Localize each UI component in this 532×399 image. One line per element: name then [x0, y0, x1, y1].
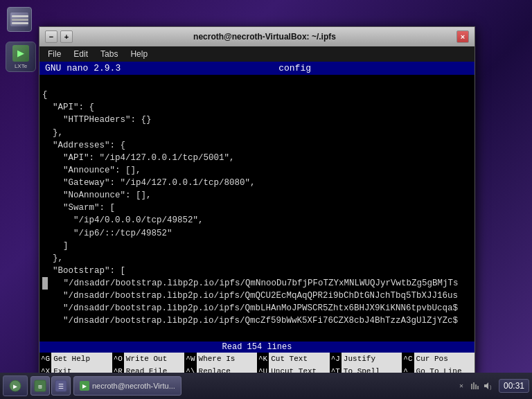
menu-bar: File Edit Tabs Help: [39, 46, 475, 62]
status-text: Read 154 lines: [222, 342, 292, 352]
menu-edit[interactable]: Edit: [68, 48, 94, 60]
line-12: "/ip6/::/tcp/49852": [42, 229, 172, 238]
tray-network[interactable]: [469, 380, 480, 391]
line-5: "Addresses": {: [42, 141, 125, 150]
taskbar-apps: ⊞ ☰: [30, 376, 71, 396]
key-curpos: ^C: [402, 355, 414, 363]
footer-item-justify[interactable]: ^J Justify: [330, 353, 402, 365]
desc-whereis: Where Is: [197, 353, 257, 365]
key-writeout: ^O: [112, 355, 124, 363]
line-11: "/ip4/0.0.0.0/tcp/49852",: [42, 215, 204, 225]
desktop: ▶ LXTe − + necroth@necroth-VirtualBox: ~…: [0, 0, 532, 399]
desc-cut: Cut Text: [269, 353, 329, 365]
desc-writeout: Write Out: [124, 353, 184, 365]
line-3: "HTTPHeaders": {}: [42, 115, 152, 125]
svg-rect-6: [471, 384, 472, 389]
taskbar-tray: ✕ )): [453, 380, 496, 391]
tray-bluetooth[interactable]: ✕: [456, 380, 467, 391]
nano-header: GNU nano 2.9.3 config: [39, 62, 475, 75]
nano-version: GNU nano 2.9.3: [45, 63, 121, 73]
window-title: necroth@necroth-VirtualBox: ~/.ipfs: [76, 32, 454, 42]
line-16: "/dnsaddr/bootstrap.libp2p.io/ipfs/QmNno…: [42, 278, 459, 288]
svg-marker-10: [484, 382, 488, 389]
line-6: "API": "/ip4/127.0.0.1/tcp/5001",: [42, 153, 235, 163]
line-1: {: [42, 90, 48, 100]
line-17: "/dnsaddr/bootstrap.libp2p.io/ipfs/QmQCU…: [42, 291, 458, 301]
taskbar: ▶ ⊞ ☰ ▶ necroth@necrot: [0, 373, 532, 399]
svg-rect-8: [475, 384, 477, 389]
desc-curpos: Cur Pos: [414, 353, 475, 365]
svg-text:)): )): [489, 384, 493, 390]
footer-item-cut[interactable]: ^K Cut Text: [257, 353, 330, 365]
svg-rect-7: [473, 382, 475, 389]
footer-item-curpos[interactable]: ^C Cur Pos: [402, 353, 475, 365]
menu-help[interactable]: Help: [125, 48, 153, 60]
line-7: "Announce": [],: [42, 166, 141, 175]
taskbar-clock[interactable]: 00:31: [499, 379, 529, 393]
line-2: "API": {: [42, 103, 94, 112]
footer-item-writeout[interactable]: ^O Write Out: [112, 353, 185, 365]
svg-text:▶: ▶: [13, 383, 17, 391]
footer-item-whereis[interactable]: ^W Where Is: [184, 353, 257, 365]
line-19: "/dnsaddr/bootstrap.libp2p.io/ipfs/QmcZf…: [42, 316, 458, 326]
key-whereis: ^W: [184, 355, 196, 363]
taskbar-app-1[interactable]: ⊞: [30, 376, 50, 396]
svg-text:⊞: ⊞: [38, 384, 42, 391]
line-8: "Gateway": "/ip4/127.0.0.1/tcp/8080",: [42, 178, 256, 188]
taskbar-middle: ▶ necroth@necroth-Virtu...: [73, 376, 450, 396]
desc-justify: Justify: [342, 353, 402, 365]
line-15: "Bootstrap": [: [42, 266, 125, 276]
svg-text:☰: ☰: [58, 384, 64, 391]
svg-rect-9: [477, 386, 479, 389]
desc-gethelp: Get Help: [51, 353, 112, 365]
maximize-button[interactable]: +: [60, 30, 73, 43]
close-button[interactable]: ×: [456, 30, 469, 43]
lxterminal-icon[interactable]: ▶ LXTe: [6, 42, 36, 72]
terminal-window: − + necroth@necroth-VirtualBox: ~/.ipfs …: [39, 26, 475, 378]
title-bar[interactable]: − + necroth@necroth-VirtualBox: ~/.ipfs …: [39, 27, 475, 46]
key-gethelp: ^G: [39, 355, 51, 363]
footer-item-gethelp[interactable]: ^G Get Help: [39, 353, 112, 365]
line-9: "NoAnnounce": [],: [42, 190, 152, 200]
key-cut: ^K: [257, 355, 269, 363]
status-bar: Read 154 lines: [39, 342, 475, 353]
line-10: "Swarm": [: [42, 203, 115, 213]
taskbar-start-button[interactable]: ▶: [3, 375, 28, 396]
line-18: "/dnsaddr/bootstrap.libp2p.io/ipfs/QmbLH…: [42, 303, 458, 313]
line-14: },: [42, 254, 63, 263]
key-justify: ^J: [330, 355, 342, 363]
editor-area[interactable]: { "API": { "HTTPHeaders": {} }, "Address…: [39, 75, 475, 342]
tray-volume[interactable]: )): [482, 380, 493, 391]
menu-file[interactable]: File: [42, 48, 66, 60]
taskbar-window-label: necroth@necroth-Virtu...: [92, 382, 175, 390]
minimize-button[interactable]: −: [45, 30, 57, 43]
taskbar-terminal-button[interactable]: ▶ necroth@necroth-Virtu...: [73, 376, 181, 396]
nano-filename: config: [278, 63, 311, 73]
taskbar-app-2[interactable]: ☰: [51, 376, 71, 396]
line-13: ]: [42, 241, 69, 251]
menu-tabs[interactable]: Tabs: [95, 48, 123, 60]
line-4: },: [42, 128, 63, 138]
file-manager-icon[interactable]: [7, 7, 32, 32]
